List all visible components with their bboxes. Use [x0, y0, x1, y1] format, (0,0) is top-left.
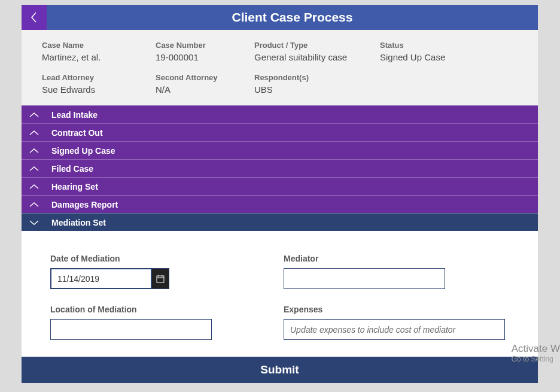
accordion-item-mediation-set[interactable]: Mediation Set	[22, 213, 538, 231]
second-attorney-value: N/A	[156, 84, 254, 95]
mediator-input[interactable]	[284, 268, 445, 289]
chevron-up-icon	[29, 201, 51, 208]
case-number-label: Case Number	[156, 41, 254, 50]
chevron-up-icon	[29, 183, 51, 190]
product-type-label: Product / Type	[254, 41, 380, 50]
second-attorney-label: Second Attorney	[156, 73, 254, 82]
accordion-item-damages-report[interactable]: Damages Report	[22, 195, 538, 213]
watermark-line1: Activate W	[512, 343, 560, 355]
header-bar: Client Case Process	[22, 5, 538, 30]
mediation-form-panel: Date of Mediation Mediator	[22, 231, 538, 357]
chevron-up-icon	[29, 147, 51, 154]
accordion-item-hearing-set[interactable]: Hearing Set	[22, 177, 538, 195]
watermark-line2: Go to Setting	[512, 355, 560, 363]
respondents-value: UBS	[254, 84, 380, 95]
lead-attorney-label: Lead Attorney	[42, 73, 156, 82]
status-label: Status	[380, 41, 518, 50]
svg-rect-0	[157, 276, 164, 282]
case-number-value: 19-000001	[156, 52, 254, 62]
mediator-label: Mediator	[284, 254, 509, 263]
expenses-input[interactable]	[284, 319, 505, 340]
accordion-item-signed-up-case[interactable]: Signed Up Case	[22, 141, 538, 159]
page-title: Client Case Process	[47, 5, 538, 30]
date-of-mediation-input[interactable]	[50, 268, 152, 289]
chevron-up-icon	[29, 165, 51, 172]
accordion-label: Filed Case	[51, 164, 538, 174]
chevron-left-icon	[29, 11, 39, 23]
accordion-item-lead-intake[interactable]: Lead Intake	[22, 105, 538, 123]
respondents-label: Respondent(s)	[254, 73, 380, 82]
accordion-label: Mediation Set	[51, 218, 538, 227]
location-of-mediation-label: Location of Mediation	[50, 305, 230, 314]
accordion-label: Damages Report	[51, 200, 538, 209]
process-accordion: Lead Intake Contract Out Signed Up Case …	[22, 105, 538, 231]
case-summary-panel: Case Name Martinez, et al. Case Number 1…	[22, 30, 538, 105]
case-name-value: Martinez, et al.	[42, 52, 156, 62]
product-type-value: General suitability case	[254, 52, 380, 62]
case-name-label: Case Name	[42, 41, 156, 50]
accordion-label: Contract Out	[51, 128, 538, 138]
calendar-button[interactable]	[151, 268, 169, 289]
date-of-mediation-label: Date of Mediation	[50, 254, 230, 263]
chevron-up-icon	[29, 111, 51, 118]
expenses-label: Expenses	[284, 305, 509, 314]
accordion-label: Hearing Set	[51, 182, 538, 192]
submit-button[interactable]: Submit	[22, 357, 538, 383]
location-of-mediation-input[interactable]	[50, 319, 212, 340]
calendar-icon	[156, 274, 165, 284]
os-watermark: Activate W Go to Setting	[512, 343, 560, 363]
status-value: Signed Up Case	[380, 52, 518, 62]
accordion-item-filed-case[interactable]: Filed Case	[22, 159, 538, 177]
back-button[interactable]	[22, 5, 47, 30]
accordion-label: Lead Intake	[51, 110, 538, 120]
lead-attorney-value: Sue Edwards	[42, 84, 156, 95]
accordion-label: Signed Up Case	[51, 146, 538, 156]
accordion-item-contract-out[interactable]: Contract Out	[22, 123, 538, 141]
chevron-down-icon	[29, 219, 51, 226]
chevron-up-icon	[29, 129, 51, 136]
app-window: Client Case Process Case Name Martinez, …	[22, 5, 538, 383]
